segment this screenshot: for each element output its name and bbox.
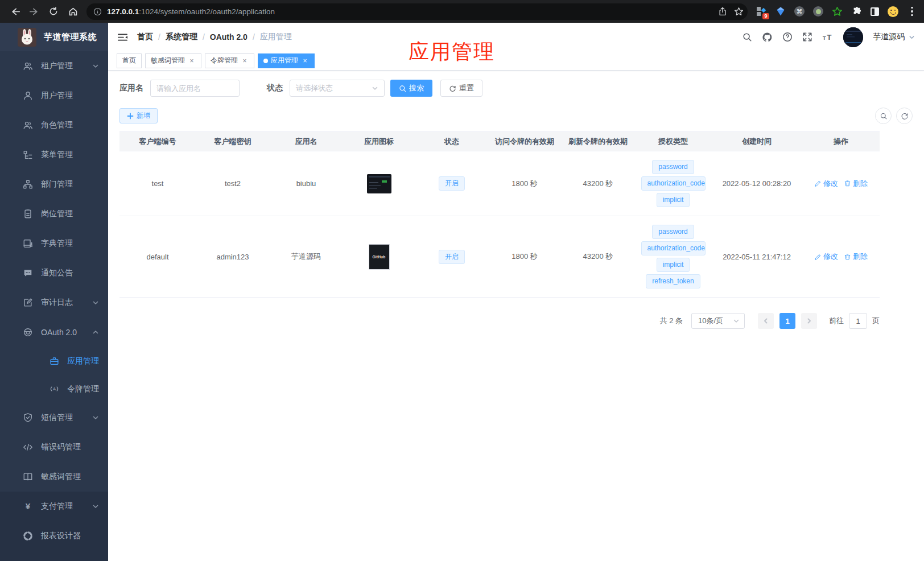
sidebar-item-sms[interactable]: 短信管理 (0, 403, 108, 432)
emoji-extension-icon[interactable] (888, 6, 898, 17)
browser-menu-icon[interactable] (907, 7, 917, 16)
col-header-name: 应用名 (270, 137, 343, 147)
table-row: test test2 biubiu 开启 1800 秒 43200 秒 pass… (119, 151, 880, 216)
breadcrumb-system[interactable]: 系统管理 (166, 32, 197, 42)
edit-link[interactable]: 修改 (814, 179, 838, 189)
applications-table: 客户端编号 客户端密钥 应用名 应用图标 状态 访问令牌的有效期 刷新令牌的有效… (119, 131, 880, 298)
site-info-icon[interactable] (93, 7, 102, 16)
col-header-refresh-validity: 刷新令牌的有效期 (561, 137, 635, 147)
share-icon[interactable] (717, 6, 728, 17)
prev-page-button[interactable] (758, 313, 774, 329)
tab-close-icon[interactable]: × (188, 57, 196, 65)
sidebar-item-menu[interactable]: 菜单管理 (0, 140, 108, 170)
goto-label: 前往 (829, 316, 844, 326)
tab-close-icon[interactable]: × (241, 57, 249, 65)
sidebar-collapse-icon[interactable] (117, 32, 128, 43)
cell-created: 2022-05-11 21:47:12 (711, 253, 802, 261)
help-icon[interactable] (782, 32, 793, 42)
extension-recorder-icon[interactable] (813, 6, 823, 16)
sidebar-item-post[interactable]: 岗位管理 (0, 199, 108, 229)
address-bar[interactable]: 127.0.0.1:1024/system/oauth2/oauth2/appl… (86, 3, 748, 20)
cell-access-validity: 1800 秒 (488, 251, 561, 262)
sidebar-item-label: 应用管理 (67, 356, 99, 366)
table-row: default admin123 芋道源码 GitHub 开启 1800 秒 4… (119, 216, 880, 298)
grant-tag: refresh_token (646, 274, 700, 288)
user-menu[interactable]: 芋道源码 (873, 32, 915, 42)
tab-application[interactable]: 应用管理× (258, 53, 315, 68)
refresh-table-icon[interactable] (896, 108, 913, 124)
fullscreen-icon[interactable] (802, 32, 812, 42)
app-name-input[interactable] (150, 80, 240, 97)
search-button[interactable]: 搜索 (390, 80, 432, 97)
sidebar-item-oauth[interactable]: OAuth 2.0 (0, 317, 108, 347)
font-size-icon[interactable]: TT (822, 32, 834, 42)
browser-forward-icon[interactable] (26, 3, 42, 19)
browser-reload-icon[interactable] (46, 3, 61, 19)
sidebar-item-sensitive-word[interactable]: 敏感词管理 (0, 462, 108, 492)
browser-back-icon[interactable] (7, 3, 23, 19)
sidebar-item-dept[interactable]: 部门管理 (0, 170, 108, 199)
next-page-button[interactable] (801, 313, 817, 329)
cell-status: 开启 (415, 250, 488, 264)
active-tab-dot (263, 59, 268, 63)
extensions-puzzle-icon[interactable] (851, 6, 862, 17)
tab-close-icon[interactable]: × (301, 57, 309, 65)
top-navbar: 首页 / 系统管理 / OAuth 2.0 / 应用管理 TT 芋道源码 (108, 23, 924, 51)
page-number-current[interactable]: 1 (779, 313, 795, 329)
goto-page-input[interactable] (849, 313, 867, 329)
extension-command-icon[interactable]: ⌘ (794, 6, 805, 16)
edit-link[interactable]: 修改 (814, 251, 838, 262)
show-search-toggle-icon[interactable] (875, 108, 892, 124)
github-icon[interactable] (762, 32, 773, 43)
dark-mode-icon[interactable] (871, 7, 879, 16)
sidebar-item-audit-log[interactable]: 审计日志 (0, 288, 108, 317)
status-select[interactable]: 请选择状态 (290, 80, 385, 97)
extension-green-star-icon[interactable] (832, 6, 843, 17)
page-size-select[interactable]: 10条/页 (691, 313, 745, 329)
sidebar-item-dict[interactable]: 字典管理 (0, 229, 108, 258)
header-search-icon[interactable] (742, 32, 752, 42)
sidebar-item-label: OAuth 2.0 (41, 328, 77, 337)
delete-link[interactable]: 删除 (844, 179, 868, 189)
cell-grant-types: password authorization_code implicit (635, 159, 711, 208)
user-avatar[interactable] (843, 27, 863, 47)
delete-link[interactable]: 删除 (844, 251, 868, 262)
sidebar-item-notice[interactable]: 通知公告 (0, 258, 108, 288)
col-header-client-id: 客户端编号 (119, 137, 196, 147)
extension-tabs-icon[interactable]: 9 (756, 6, 766, 17)
status-badge: 开启 (439, 176, 465, 191)
chevron-down-icon (92, 299, 99, 306)
cell-access-validity: 1800 秒 (488, 179, 561, 189)
browser-home-icon[interactable] (65, 3, 81, 19)
grant-tag: authorization_code (641, 176, 706, 191)
robot-icon (23, 327, 33, 337)
app-logo[interactable]: 芋道管理系统 (0, 23, 108, 51)
sidebar-item-oauth-application[interactable]: 应用管理 (0, 347, 108, 375)
sidebar-item-report-designer[interactable]: 报表设计器 (0, 521, 108, 551)
segmented-donut-icon (23, 531, 33, 541)
sidebar-item-payment[interactable]: ¥ 支付管理 (0, 492, 108, 521)
user-icon (23, 90, 33, 101)
cell-secret: admin123 (196, 253, 270, 261)
sidebar-item-errorcode[interactable]: 错误码管理 (0, 432, 108, 462)
tab-label: 令牌管理 (211, 56, 238, 65)
tab-token[interactable]: 令牌管理× (205, 53, 254, 68)
breadcrumb-oauth[interactable]: OAuth 2.0 (210, 32, 248, 42)
sidebar-item-label: 错误码管理 (41, 442, 81, 452)
reset-button[interactable]: 重置 (440, 80, 482, 97)
tab-sensitive-word[interactable]: 敏感词管理× (145, 53, 201, 68)
sidebar-oauth-submenu: 应用管理 A 令牌管理 (0, 347, 108, 403)
username: 芋道源码 (873, 32, 905, 42)
sidebar-item-user[interactable]: 用户管理 (0, 81, 108, 110)
bookmark-star-icon[interactable] (733, 6, 744, 17)
sidebar-item-role[interactable]: 角色管理 (0, 110, 108, 140)
add-button[interactable]: 新增 (119, 108, 158, 123)
sidebar-item-oauth-token[interactable]: A 令牌管理 (0, 375, 108, 403)
sidebar-item-label: 报表设计器 (41, 531, 81, 541)
extension-gem-icon[interactable] (775, 6, 786, 17)
sidebar-item-tenant[interactable]: 租户管理 (0, 51, 108, 81)
tab-home[interactable]: 首页 (117, 53, 142, 68)
col-header-created: 创建时间 (711, 137, 802, 147)
breadcrumb-home[interactable]: 首页 (137, 32, 153, 42)
cell-secret: test2 (196, 179, 270, 188)
